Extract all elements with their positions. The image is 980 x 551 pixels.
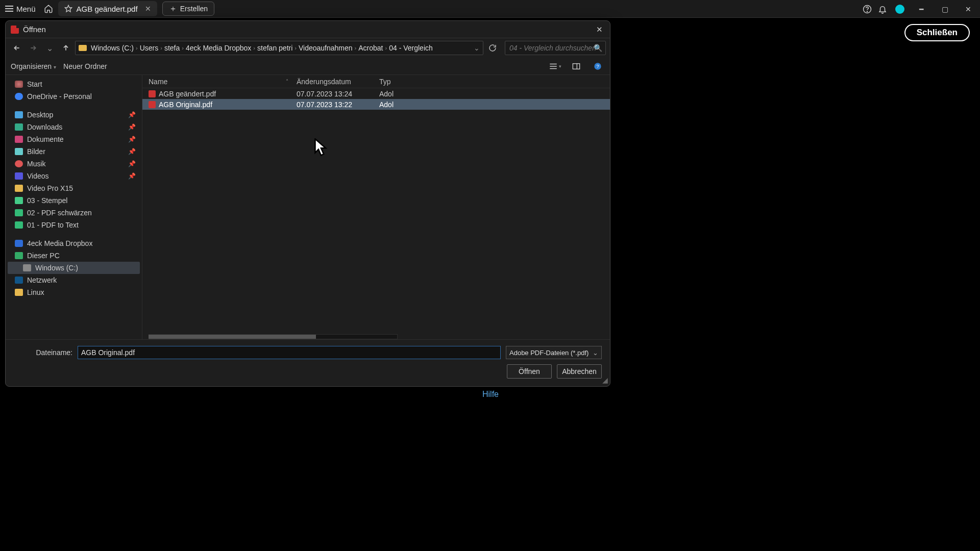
nav-back-icon[interactable] — [10, 41, 24, 55]
sidebar-item-thispc[interactable]: Dieser PC — [8, 249, 140, 262]
hamburger-icon — [5, 6, 13, 12]
sidebar-item-label: Desktop — [27, 111, 53, 119]
file-open-dialog: Öffnen ✕ ⌄ Windows (C:)› Users› stefa› 4… — [5, 20, 610, 387]
folder-icon — [79, 45, 87, 51]
file-row[interactable]: AGB Original.pdf 07.07.2023 13:22 Adol — [142, 99, 610, 110]
dialog-sidebar: Start OneDrive - Personal Desktop📌 Downl… — [6, 75, 142, 339]
sidebar-item-network[interactable]: Netzwerk — [8, 274, 140, 286]
sidebar-item-linux[interactable]: Linux — [8, 286, 140, 298]
home-button[interactable] — [41, 0, 56, 18]
file-row[interactable]: AGB geändert.pdf 07.07.2023 13:24 Adol — [142, 88, 610, 99]
filename-input[interactable] — [78, 346, 501, 359]
sidebar-item-recent[interactable]: 02 - PDF schwärzen — [8, 207, 140, 219]
sidebar-item-videos[interactable]: Videos📌 — [8, 170, 140, 182]
file-date: 07.07.2023 13:22 — [297, 101, 379, 109]
new-folder-button[interactable]: Neuer Ordner — [63, 62, 107, 70]
sidebar-item-label: Linux — [27, 288, 44, 296]
filetype-select[interactable]: Adobe PDF-Dateien (*.pdf) ⌄ — [506, 346, 602, 359]
svg-text:?: ? — [596, 64, 599, 69]
crumb[interactable]: stefa — [164, 44, 180, 52]
documents-icon — [15, 136, 23, 143]
notifications-icon[interactable] — [875, 0, 890, 18]
view-mode-icon[interactable]: ▾ — [548, 60, 562, 72]
sidebar-item-drive-c[interactable]: Windows (C:) — [8, 262, 140, 274]
sidebar-item-recent[interactable]: 01 - PDF to Text — [8, 219, 140, 231]
pin-icon: 📌 — [128, 111, 136, 118]
sidebar-item-recent[interactable]: 03 - Stempel — [8, 194, 140, 207]
crumb[interactable]: Windows (C:) — [91, 44, 134, 52]
refresh-icon[interactable] — [485, 41, 500, 55]
sidebar-item-label: OneDrive - Personal — [27, 92, 92, 101]
window-minimize[interactable]: ━ — [910, 0, 933, 18]
search-input[interactable]: 04 - Vergleich durchsuchen 🔍 — [505, 41, 606, 55]
window-close[interactable]: ✕ — [957, 0, 980, 18]
pin-icon: 📌 — [128, 148, 136, 155]
folder-icon — [15, 289, 23, 296]
chevron-right-icon: › — [385, 45, 387, 51]
pin-icon: 📌 — [128, 136, 136, 143]
app-icon — [11, 26, 19, 34]
pin-icon: 📌 — [128, 160, 136, 167]
nav-up-icon[interactable] — [59, 41, 73, 55]
help-link[interactable]: Hilfe — [482, 390, 499, 399]
column-label: Änderungsdatum — [297, 78, 351, 86]
mouse-cursor — [313, 138, 329, 157]
sidebar-item-recent[interactable]: Video Pro X15 — [8, 182, 140, 194]
crumb[interactable]: 04 - Vergleich — [389, 44, 433, 52]
cancel-button[interactable]: Abbrechen — [557, 364, 602, 379]
sort-caret-icon: ˄ — [286, 79, 288, 84]
help-icon[interactable] — [860, 0, 875, 18]
crumb[interactable]: Videoaufnahmen — [299, 44, 353, 52]
column-type[interactable]: Typ — [379, 78, 610, 86]
sidebar-item-start[interactable]: Start — [8, 78, 140, 90]
menu-button[interactable]: Menü — [0, 0, 41, 18]
column-date[interactable]: Änderungsdatum — [297, 78, 379, 86]
desktop-icon — [15, 111, 23, 118]
document-tab[interactable]: AGB geändert.pdf ✕ — [58, 1, 157, 16]
create-button[interactable]: ＋ Erstellen — [162, 2, 214, 16]
sidebar-item-downloads[interactable]: Downloads📌 — [8, 121, 140, 133]
column-name[interactable]: Name˄ — [149, 78, 297, 86]
dialog-help-icon[interactable]: ? — [591, 60, 605, 72]
horizontal-scrollbar[interactable] — [149, 334, 398, 339]
open-button[interactable]: Öffnen — [507, 364, 552, 379]
sidebar-item-pictures[interactable]: Bilder📌 — [8, 145, 140, 158]
nav-recent-chevron-icon[interactable]: ⌄ — [42, 41, 57, 55]
crumb[interactable]: Acrobat — [358, 44, 383, 52]
sidebar-item-dropbox[interactable]: 4eck Media Dropbox — [8, 237, 140, 249]
file-name: AGB Original.pdf — [159, 101, 212, 109]
sidebar-item-desktop[interactable]: Desktop📌 — [8, 109, 140, 121]
home-icon — [15, 81, 23, 88]
dialog-body: Start OneDrive - Personal Desktop📌 Downl… — [6, 75, 610, 339]
star-icon — [64, 0, 72, 18]
chevron-right-icon: › — [136, 45, 138, 51]
sidebar-item-label: Bilder — [27, 147, 45, 156]
file-name: AGB geändert.pdf — [159, 90, 216, 98]
dialog-close-icon[interactable]: ✕ — [593, 24, 606, 35]
pdf-file-icon — [149, 101, 156, 108]
svg-marker-10 — [315, 139, 326, 155]
breadcrumb[interactable]: Windows (C:)› Users› stefa› 4eck Media D… — [75, 41, 483, 55]
window-maximize[interactable]: ▢ — [933, 0, 957, 18]
crumb[interactable]: stefan petri — [257, 44, 292, 52]
close-button[interactable]: Schließen — [904, 24, 970, 41]
organize-menu[interactable]: Organisieren ▾ — [11, 62, 56, 70]
chevron-right-icon: › — [160, 45, 162, 51]
sidebar-item-documents[interactable]: Dokumente📌 — [8, 133, 140, 145]
column-label: Name — [149, 78, 167, 86]
pin-icon: 📌 — [128, 123, 136, 131]
user-avatar[interactable] — [895, 5, 904, 14]
breadcrumb-dropdown-icon[interactable]: ⌄ — [474, 44, 480, 52]
app-bar-right: ━ ▢ ✕ — [860, 0, 980, 18]
preview-pane-icon[interactable] — [569, 60, 583, 72]
tab-close-icon[interactable]: ✕ — [142, 5, 151, 13]
sidebar-item-onedrive[interactable]: OneDrive - Personal — [8, 90, 140, 103]
resize-grip-icon[interactable]: ◢ — [602, 376, 608, 384]
scrollbar-thumb[interactable] — [149, 335, 316, 339]
nav-forward-icon[interactable] — [26, 41, 40, 55]
sidebar-item-music[interactable]: Musik📌 — [8, 158, 140, 170]
crumb[interactable]: 4eck Media Dropbox — [186, 44, 251, 52]
crumb[interactable]: Users — [140, 44, 159, 52]
file-type: Adol — [379, 101, 610, 109]
column-headers: Name˄ Änderungsdatum Typ — [142, 75, 610, 88]
